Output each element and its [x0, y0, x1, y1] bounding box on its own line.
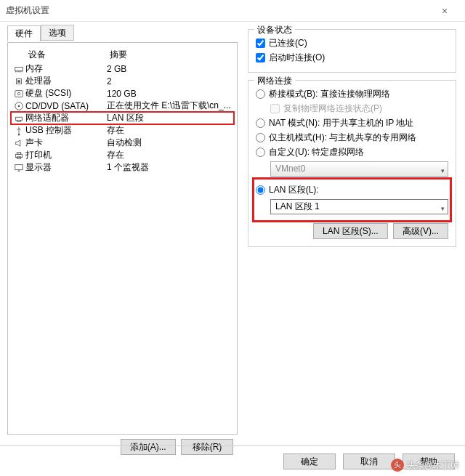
usb-icon	[12, 126, 25, 136]
device-summary: 1 个监视器	[107, 161, 232, 174]
chevron-down-icon: ▾	[441, 164, 445, 178]
watermark: 头 头条@木丁师	[391, 459, 459, 472]
cd-icon	[12, 101, 25, 111]
lan-segment-radio[interactable]: LAN 区段(L):	[256, 182, 448, 197]
device-row-cpu[interactable]: 处理器2	[11, 75, 234, 87]
svg-rect-7	[16, 117, 23, 120]
sound-icon	[12, 138, 25, 148]
custom-vmnet-select: VMnet0 ▾	[270, 161, 448, 177]
device-name: 硬盘 (SCSI)	[25, 87, 107, 100]
nat-radio[interactable]: NAT 模式(N): 用于共享主机的 IP 地址	[256, 116, 448, 130]
ok-button[interactable]: 确定	[283, 453, 336, 469]
memory-icon	[12, 64, 25, 74]
chevron-down-icon[interactable]: ▾	[441, 202, 445, 216]
device-name: 内存	[25, 62, 107, 75]
svg-rect-12	[15, 164, 23, 169]
connected-checkbox[interactable]: 已连接(C)	[256, 36, 448, 50]
device-summary: 正在使用文件 E:\迅雷下载\cn_...	[107, 100, 232, 112]
watermark-icon: 头	[391, 459, 404, 472]
device-row-disk[interactable]: 硬盘 (SCSI)120 GB	[11, 87, 234, 100]
replicate-checkbox: 复制物理网络连接状态(P)	[256, 101, 448, 116]
svg-rect-2	[17, 80, 20, 83]
disk-icon	[12, 89, 25, 99]
device-name: 网络适配器	[25, 112, 107, 124]
device-summary: 2 GB	[107, 64, 232, 74]
device-status-group: 设备状态 已连接(C) 启动时连接(O)	[248, 29, 456, 73]
printer-icon	[12, 150, 25, 161]
device-row-cd[interactable]: CD/DVD (SATA)正在使用文件 E:\迅雷下载\cn_...	[11, 100, 234, 112]
device-summary: 存在	[107, 124, 232, 137]
lan-segment-select[interactable]: LAN 区段 1 ▾	[270, 199, 448, 214]
tab-hardware[interactable]: 硬件	[7, 25, 41, 41]
cpu-icon	[12, 76, 25, 86]
device-summary: LAN 区段	[107, 112, 232, 124]
tab-options[interactable]: 选项	[41, 25, 74, 41]
cancel-button[interactable]: 取消	[343, 453, 395, 469]
device-name: 处理器	[25, 75, 107, 87]
hostonly-radio[interactable]: 仅主机模式(H): 与主机共享的专用网络	[256, 130, 448, 145]
device-row-usb[interactable]: USB 控制器存在	[11, 124, 234, 137]
network-title: 网络连接	[254, 75, 295, 87]
bridged-radio[interactable]: 桥接模式(B): 直接连接物理网络	[256, 86, 448, 101]
net-icon	[12, 113, 25, 124]
device-row-memory[interactable]: 内存2 GB	[11, 62, 234, 75]
svg-rect-0	[15, 67, 23, 70]
device-name: 声卡	[25, 137, 107, 149]
window-title: 虚拟机设置	[6, 4, 430, 17]
device-list: 设备 摘要 内存2 GB处理器2硬盘 (SCSI)120 GBCD/DVD (S…	[7, 42, 238, 435]
dialog-footer: 确定 取消 帮助 头 头条@木丁师	[0, 445, 465, 476]
custom-radio[interactable]: 自定义(U): 特定虚拟网络	[256, 145, 448, 159]
svg-rect-3	[15, 90, 23, 97]
svg-point-6	[18, 105, 20, 107]
device-name: 打印机	[25, 149, 107, 161]
device-name: 显示器	[25, 161, 107, 174]
device-row-printer[interactable]: 打印机存在	[11, 149, 234, 161]
col-device: 设备	[15, 49, 110, 61]
device-summary: 120 GB	[107, 89, 232, 99]
network-connection-group: 网络连接 桥接模式(B): 直接连接物理网络 复制物理网络连接状态(P) NAT…	[248, 80, 456, 247]
connect-poweron-input[interactable]	[256, 53, 265, 62]
svg-point-8	[18, 133, 20, 135]
device-summary: 自动检测	[107, 137, 232, 149]
device-summary: 存在	[107, 149, 232, 161]
connect-poweron-checkbox[interactable]: 启动时连接(O)	[256, 50, 448, 65]
svg-rect-10	[17, 152, 20, 154]
col-summary: 摘要	[110, 49, 230, 61]
device-row-display[interactable]: 显示器1 个监视器	[11, 161, 234, 174]
lan-segments-button[interactable]: LAN 区段(S)...	[313, 223, 388, 239]
device-row-net[interactable]: 网络适配器LAN 区段	[11, 112, 234, 124]
device-name: CD/DVD (SATA)	[25, 101, 107, 111]
device-name: USB 控制器	[25, 124, 107, 137]
device-row-sound[interactable]: 声卡自动检测	[11, 137, 234, 149]
display-icon	[12, 163, 25, 173]
status-title: 设备状态	[254, 24, 295, 36]
svg-point-4	[17, 92, 20, 95]
device-summary: 2	[107, 76, 232, 86]
tab-bar: 硬件 选项	[7, 25, 238, 41]
close-icon[interactable]: ×	[430, 5, 459, 17]
advanced-button[interactable]: 高级(V)...	[393, 223, 448, 239]
connected-input[interactable]	[256, 39, 265, 48]
